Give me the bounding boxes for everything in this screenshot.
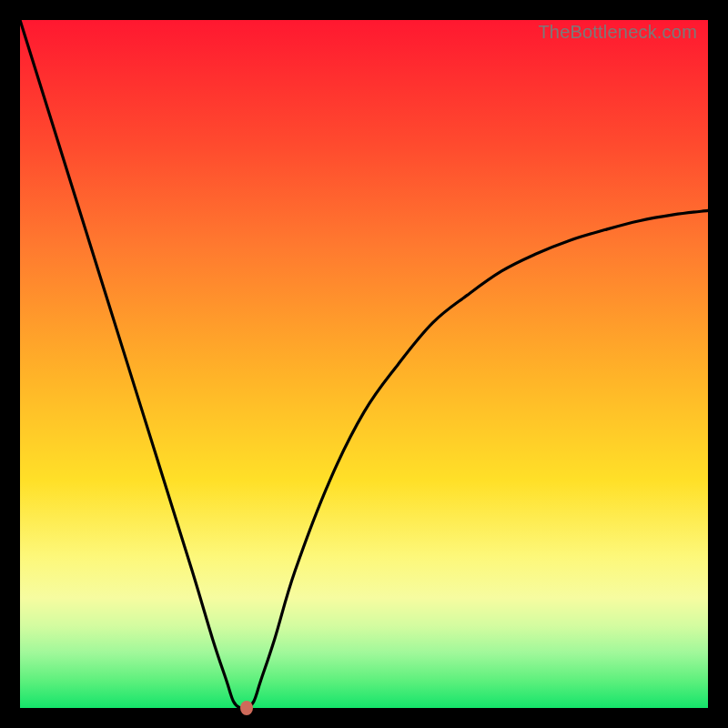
outer-frame: TheBottleneck.com xyxy=(0,0,728,728)
optimal-point-marker xyxy=(240,701,253,715)
plot-area: TheBottleneck.com xyxy=(20,20,708,708)
bottleneck-curve xyxy=(20,20,708,708)
